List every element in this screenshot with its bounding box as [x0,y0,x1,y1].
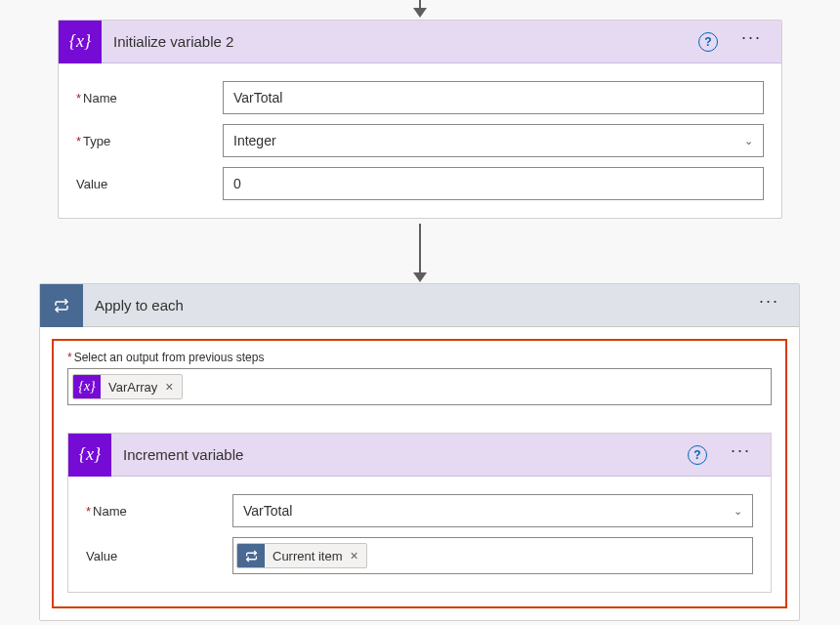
fx-icon: {x} [59,21,102,63]
value-label: Value [76,177,223,191]
select-output-input[interactable]: {x} VarArray × [67,368,772,405]
value-label: Value [86,549,232,563]
type-select[interactable]: Integer ⌄ [223,124,764,157]
value-input[interactable]: Current item × [232,537,753,574]
card-title: Initialize variable 2 [102,33,698,50]
help-icon[interactable]: ? [688,445,707,465]
name-label: *Name [76,91,223,105]
token-remove-icon[interactable]: × [161,379,181,395]
help-icon[interactable]: ? [698,32,718,52]
card-title: Increment variable [111,446,688,463]
token-current-item[interactable]: Current item × [236,543,367,568]
arrow-incoming-stub [413,0,427,20]
fx-icon: {x} [68,434,111,477]
name-label: *Name [86,504,232,519]
token-label: Current item [265,549,347,563]
chevron-down-icon: ⌄ [744,135,753,147]
token-remove-icon[interactable]: × [347,548,366,563]
initialize-variable-2-card: {x} Initialize variable 2 ? ··· *Name *T… [58,20,782,219]
highlighted-region: *Select an output from previous steps {x… [52,339,787,608]
name-select[interactable]: VarTotal ⌄ [232,494,753,527]
loop-icon [237,543,265,568]
connector-arrow [413,224,427,282]
name-input[interactable] [223,81,764,114]
type-select-value: Integer [233,133,276,148]
type-label: *Type [76,134,223,148]
card-title: Apply to each [83,297,759,313]
more-menu-icon[interactable]: ··· [759,291,779,319]
value-input[interactable] [223,167,764,200]
card-header[interactable]: {x} Initialize variable 2 ? ··· [59,21,781,63]
apply-to-each-card: Apply to each ··· *Select an output from… [39,283,800,621]
increment-variable-card: {x} Increment variable ? ··· *Name VarTo… [67,433,772,593]
select-output-label: *Select an output from previous steps [67,351,772,364]
name-select-value: VarTotal [243,503,292,519]
card-header[interactable]: {x} Increment variable ? ··· [68,434,771,477]
token-vararray[interactable]: {x} VarArray × [72,374,183,399]
chevron-down-icon: ⌄ [734,505,742,518]
fx-icon: {x} [73,374,101,399]
more-menu-icon[interactable]: ··· [731,440,751,469]
token-label: VarArray [101,380,161,395]
loop-icon [40,284,83,327]
card-header[interactable]: Apply to each ··· [40,284,799,327]
more-menu-icon[interactable]: ··· [741,27,762,56]
